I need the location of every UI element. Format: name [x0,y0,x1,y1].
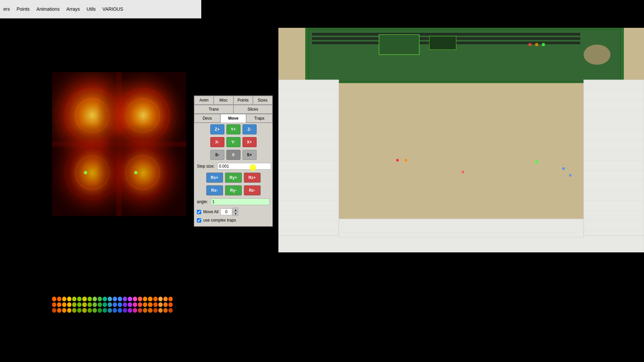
btn-s-minus[interactable]: S- [210,150,224,160]
rot-neg-row: Rx- Ry- Rz- [194,184,272,197]
complex-traps-checkbox[interactable] [197,218,201,223]
spin-down[interactable]: ▼ [233,212,238,216]
dot-row [52,302,173,307]
dot [153,308,158,313]
angle-row: angle: [194,197,272,207]
dot [82,297,87,301]
btn-y-plus[interactable]: Y+ [226,124,240,134]
tab-row-3: Devs Move Traps [194,114,272,123]
menu-various[interactable]: VARIOUS [102,6,123,12]
svg-point-66 [396,159,399,162]
dot [128,297,132,301]
dot [57,297,61,301]
btn-ry-plus[interactable]: Ry+ [225,173,242,183]
menu-points[interactable]: Points [16,6,30,12]
dot [62,297,66,301]
dot [98,297,102,301]
btn-rx-plus[interactable]: Rx+ [206,173,223,183]
svg-rect-20 [312,33,580,36]
dot [93,302,97,307]
dot [93,297,97,301]
dot [143,297,147,301]
dot [123,302,127,307]
dot [82,302,87,307]
btn-y-minus[interactable]: Y- [226,137,240,147]
svg-rect-14 [52,72,186,216]
dot [168,297,173,301]
svg-point-72 [584,45,610,65]
menu-ers[interactable]: ers [3,6,10,12]
menu-animations[interactable]: Animations [36,6,59,12]
dot [77,308,82,313]
svg-rect-45 [584,80,644,252]
rot-pos-row: Rx+ Ry+ Rz+ [194,171,272,184]
camera-feed [278,28,644,252]
acoustic-field [52,72,186,216]
dot [52,297,56,301]
svg-point-26 [535,43,538,46]
spin-up[interactable]: ▲ [233,208,238,212]
svg-rect-28 [278,80,339,252]
move-all-value[interactable] [220,208,232,215]
menu-utils[interactable]: Utils [87,6,96,12]
tab-misc[interactable]: Misc [214,96,233,105]
btn-x-plus[interactable]: X+ [243,137,257,147]
btn-z-plus[interactable]: Z+ [210,124,224,134]
tab-sizes[interactable]: Sizes [253,96,272,105]
dot [113,297,117,301]
dot [52,308,56,313]
step-size-row: Step size: [194,161,272,171]
svg-rect-62 [278,236,644,252]
btn-z-minus[interactable]: Z- [243,124,257,134]
tab-points[interactable]: Points [233,96,253,105]
dot [138,302,142,307]
btn-ry-minus[interactable]: Ry- [225,185,242,195]
tab-traps[interactable]: Traps [246,114,272,123]
angle-input[interactable] [211,198,270,205]
dot [123,308,127,313]
dot [138,308,142,313]
btn-x-minus[interactable]: X- [210,137,224,147]
step-size-input[interactable] [217,163,271,170]
dot [57,308,61,313]
btn-rz-minus[interactable]: Rz- [244,185,261,195]
dot [113,302,117,307]
btn-rz-plus[interactable]: Rz+ [244,173,261,183]
button-row-x-y: X- Y- X+ [194,136,272,148]
svg-point-16 [134,171,138,174]
dot [93,308,97,313]
dot [72,302,76,307]
tab-devs[interactable]: Devs [194,114,220,123]
btn-s-plus[interactable]: S+ [243,150,257,160]
dot [163,297,168,301]
dot [133,302,137,307]
dot [62,308,66,313]
menu-arrays[interactable]: Arrays [66,6,80,12]
complex-traps-row: use complex traps [194,217,272,224]
move-all-row: Move All ▲ ▼ [194,207,272,217]
tab-slices[interactable]: Slices [233,105,273,114]
move-all-spinbox: ▲ ▼ [220,208,238,216]
svg-point-68 [535,160,538,164]
button-row-s: S- 0 S+ [194,148,272,161]
btn-rx-minus[interactable]: Rx- [206,185,223,195]
svg-point-27 [542,43,545,46]
svg-point-15 [84,171,87,174]
tab-row-2: Trans Slices [194,105,272,114]
move-all-checkbox[interactable] [197,210,201,214]
svg-point-25 [528,43,532,46]
tab-move[interactable]: Move [220,114,247,123]
svg-point-69 [562,167,565,170]
dot [72,297,76,301]
dot [108,302,112,307]
svg-point-67 [405,159,407,162]
tab-anim[interactable]: Anim [194,96,214,105]
dot [138,297,142,301]
button-row-z-y: Z+ Y+ Z- [194,123,272,136]
svg-rect-23 [379,35,419,55]
dot [77,297,82,301]
dot-row [52,297,173,301]
btn-zero[interactable]: 0 [226,150,240,160]
tab-trans[interactable]: Trans [194,105,233,114]
angle-label: angle: [197,199,208,204]
